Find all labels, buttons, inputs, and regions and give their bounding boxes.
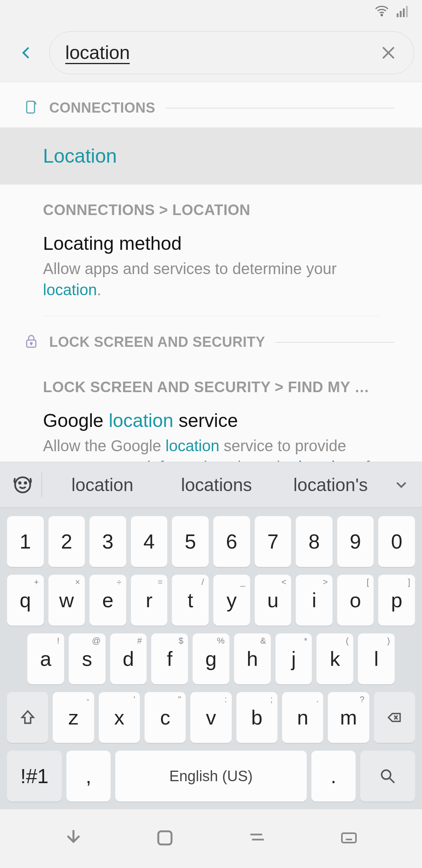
- key-8[interactable]: 8: [296, 516, 333, 567]
- key-s[interactable]: s@: [69, 633, 106, 684]
- breadcrumb: CONNECTIONS > LOCATION: [0, 185, 422, 226]
- key-e[interactable]: e÷: [89, 575, 126, 626]
- search-input[interactable]: location: [65, 42, 379, 63]
- section-header-lockscreen: LOCK SCREEN AND SECURITY: [0, 316, 422, 362]
- result-location[interactable]: Location: [0, 127, 422, 185]
- emoji-toggle-icon[interactable]: [7, 473, 38, 496]
- recents-button[interactable]: [245, 828, 269, 850]
- keyboard-switch-icon[interactable]: [338, 829, 360, 849]
- svg-rect-3: [403, 9, 405, 17]
- key-v[interactable]: v:: [190, 692, 231, 743]
- key-d[interactable]: d#: [110, 633, 147, 684]
- svg-point-11: [15, 477, 30, 492]
- key-l[interactable]: l): [358, 633, 395, 684]
- key-z[interactable]: z-: [53, 692, 94, 743]
- spacebar[interactable]: English (US): [115, 751, 307, 802]
- svg-point-0: [381, 14, 383, 16]
- section-label: LOCK SCREEN AND SECURITY: [49, 334, 265, 350]
- svg-rect-2: [400, 11, 402, 17]
- lock-icon: [23, 334, 39, 351]
- symbols-key[interactable]: !#1: [7, 751, 62, 802]
- period-key[interactable]: .: [311, 751, 355, 802]
- section-label: CONNECTIONS: [49, 100, 156, 116]
- navigation-bar: [0, 809, 422, 868]
- breadcrumb: LOCK SCREEN AND SECURITY > FIND MY MO…: [0, 362, 422, 403]
- connections-icon: [23, 99, 39, 117]
- search-action-key[interactable]: [360, 751, 415, 802]
- key-n[interactable]: n.: [282, 692, 323, 743]
- svg-point-16: [382, 770, 391, 779]
- backspace-key[interactable]: [374, 692, 415, 743]
- comma-key[interactable]: ,: [66, 751, 110, 802]
- shift-key[interactable]: [7, 692, 48, 743]
- search-header: location: [0, 23, 422, 82]
- suggestion-3[interactable]: location's: [274, 474, 388, 495]
- result-title: Google location service: [43, 410, 379, 431]
- suggestion-2[interactable]: locations: [159, 474, 274, 495]
- wifi-icon: [374, 3, 390, 21]
- hide-keyboard-icon[interactable]: [62, 826, 85, 851]
- key-g[interactable]: g%: [193, 633, 229, 684]
- key-7[interactable]: 7: [255, 516, 291, 567]
- section-header-connections: CONNECTIONS: [0, 82, 422, 127]
- svg-rect-20: [342, 833, 356, 843]
- key-k[interactable]: k(: [316, 633, 353, 684]
- key-j[interactable]: j*: [275, 633, 312, 684]
- svg-point-13: [25, 482, 26, 484]
- svg-rect-19: [158, 831, 172, 845]
- key-x[interactable]: x': [99, 692, 140, 743]
- svg-point-12: [19, 482, 21, 484]
- result-locating-method[interactable]: Locating method Allow apps and services …: [0, 226, 422, 316]
- home-button[interactable]: [154, 827, 176, 851]
- suggestion-bar: location locations location's: [0, 462, 422, 507]
- key-m[interactable]: m?: [328, 692, 369, 743]
- svg-rect-4: [406, 6, 408, 17]
- back-button[interactable]: [16, 42, 38, 64]
- key-9[interactable]: 9: [337, 516, 374, 567]
- signal-icon: [395, 4, 410, 20]
- key-3[interactable]: 3: [89, 516, 126, 567]
- key-2[interactable]: 2: [48, 516, 85, 567]
- divider: [41, 473, 42, 497]
- key-4[interactable]: 4: [131, 516, 168, 567]
- search-results: CONNECTIONS Location CONNECTIONS > LOCAT…: [0, 82, 422, 514]
- result-title: Locating method: [43, 233, 379, 254]
- suggestion-1[interactable]: location: [45, 474, 159, 495]
- key-o[interactable]: o[: [337, 575, 374, 626]
- key-q[interactable]: q+: [7, 575, 44, 626]
- key-0[interactable]: 0: [378, 516, 415, 567]
- key-t[interactable]: t/: [172, 575, 209, 626]
- divider-line: [166, 108, 395, 108]
- search-field[interactable]: location: [49, 31, 414, 74]
- key-a[interactable]: a!: [27, 633, 64, 684]
- key-h[interactable]: h&: [234, 633, 271, 684]
- key-1[interactable]: 1: [7, 516, 44, 567]
- key-y[interactable]: y_: [213, 575, 250, 626]
- clear-search-button[interactable]: [379, 43, 398, 63]
- key-b[interactable]: b;: [236, 692, 277, 743]
- divider-line: [275, 342, 395, 343]
- key-p[interactable]: p]: [378, 575, 415, 626]
- key-i[interactable]: i>: [296, 575, 333, 626]
- expand-suggestions-icon[interactable]: [388, 476, 415, 493]
- key-w[interactable]: w×: [48, 575, 85, 626]
- key-f[interactable]: f$: [151, 633, 188, 684]
- key-c[interactable]: c": [145, 692, 186, 743]
- result-description: Allow apps and services to determine you…: [43, 258, 379, 300]
- status-bar: [0, 0, 422, 23]
- key-5[interactable]: 5: [172, 516, 209, 567]
- keyboard: 1234567890 q+w×e÷r=t/y_u<i>o[p] a!s@d#f$…: [0, 507, 422, 809]
- keyboard-container: location locations location's 1234567890…: [0, 462, 422, 868]
- result-title: Location: [43, 145, 379, 167]
- key-6[interactable]: 6: [213, 516, 250, 567]
- svg-rect-1: [397, 13, 399, 17]
- svg-line-17: [390, 778, 395, 783]
- svg-rect-7: [27, 101, 34, 113]
- key-r[interactable]: r=: [131, 575, 168, 626]
- key-u[interactable]: u<: [255, 575, 291, 626]
